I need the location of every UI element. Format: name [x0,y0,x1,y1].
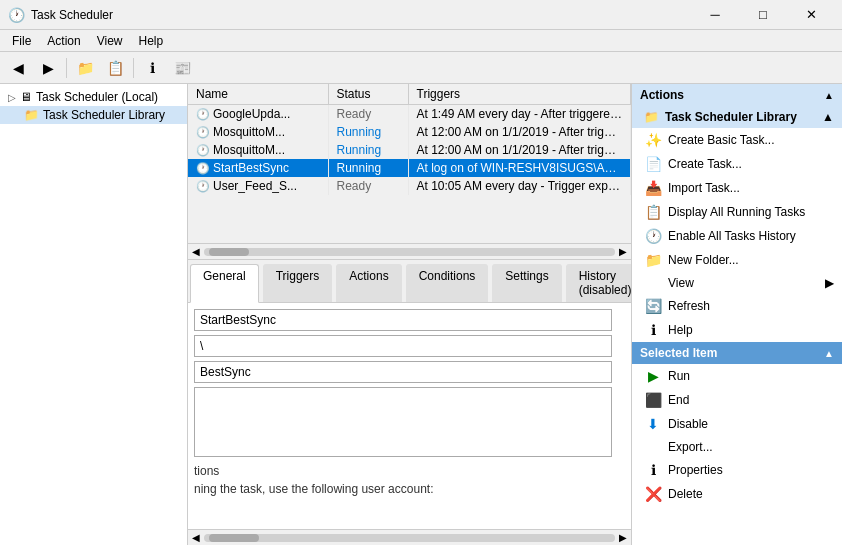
right-item-import[interactable]: 📥 Import Task... [632,176,842,200]
right-item-create-basic[interactable]: ✨ Create Basic Task... [632,128,842,152]
bottom-hscroll[interactable]: ◀ ▶ [188,529,631,545]
close-button[interactable]: ✕ [788,1,834,29]
right-item-display-running[interactable]: 📋 Display All Running Tasks [632,200,842,224]
view-inner: View [644,276,694,290]
tab-history[interactable]: History (disabled) [566,264,632,302]
minimize-button[interactable]: ─ [692,1,738,29]
toolbar-info[interactable]: ℹ [138,55,166,81]
selected-item-collapse-btn[interactable]: ▲ [824,348,834,359]
help-icon: ℹ [644,322,662,338]
hscroll-left[interactable]: ◀ [188,246,204,257]
section-label: tions [194,464,625,478]
right-item-help[interactable]: ℹ Help [632,318,842,342]
library-item-arrow: ▲ [822,110,834,124]
right-item-end[interactable]: ⬛ End [632,388,842,412]
task-hscroll[interactable]: ◀ ▶ [188,244,631,260]
right-item-delete[interactable]: ❌ Delete [632,482,842,506]
right-item-disable[interactable]: ⬇ Disable [632,412,842,436]
menu-view[interactable]: View [89,32,131,50]
sidebar-item-local[interactable]: ▷ 🖥 Task Scheduler (Local) [0,88,187,106]
task-status: Running [328,159,408,177]
right-panel: Actions ▲ 📁 Task Scheduler Library ▲ ✨ C… [632,84,842,545]
app-icon: 🕐 [8,7,25,23]
task-name: 🕐User_Feed_S... [188,177,328,195]
col-status: Status [328,84,408,105]
create-label: Create Task... [668,157,742,171]
table-row[interactable]: 🕐GoogleUpda... Ready At 1:49 AM every da… [188,105,631,124]
maximize-button[interactable]: □ [740,1,786,29]
right-item-export[interactable]: Export... [632,436,842,458]
bottom-hscroll-thumb[interactable] [209,534,259,542]
library-item-inner: 📁 Task Scheduler Library [644,110,797,124]
enable-history-icon: 🕐 [644,228,662,244]
sidebar-item-library[interactable]: 📁 Task Scheduler Library [0,106,187,124]
right-item-enable-history[interactable]: 🕐 Enable All Tasks History [632,224,842,248]
tab-triggers[interactable]: Triggers [263,264,333,302]
table-row[interactable]: 🕐User_Feed_S... Ready At 10:05 AM every … [188,177,631,195]
toolbar-folder[interactable]: 📁 [71,55,99,81]
task-name-field[interactable] [194,309,612,331]
table-row[interactable]: 🕐MosquittoM... Running At 12:00 AM on 1/… [188,141,631,159]
footer-text: ning the task, use the following user ac… [194,482,625,496]
end-label: End [668,393,689,407]
hscroll-right[interactable]: ▶ [615,246,631,257]
tab-settings[interactable]: Settings [492,264,561,302]
properties-label: Properties [668,463,723,477]
right-item-properties[interactable]: ℹ Properties [632,458,842,482]
toolbar-properties[interactable]: 📋 [101,55,129,81]
hscroll-thumb[interactable] [209,248,249,256]
sidebar-library-label: Task Scheduler Library [43,108,165,122]
window-title: Task Scheduler [31,8,113,22]
new-folder-icon: 📁 [644,252,662,268]
task-author-field[interactable] [194,361,612,383]
library-item-label: Task Scheduler Library [665,110,797,124]
end-icon: ⬛ [644,392,662,408]
run-icon: ▶ [644,368,662,384]
right-item-create[interactable]: 📄 Create Task... [632,152,842,176]
enable-history-label: Enable All Tasks History [668,229,796,243]
toolbar-forward[interactable]: ▶ [34,55,62,81]
right-item-new-folder[interactable]: 📁 New Folder... [632,248,842,272]
disable-label: Disable [668,417,708,431]
menu-help[interactable]: Help [131,32,172,50]
menu-file[interactable]: File [4,32,39,50]
selected-item-header-label: Selected Item [640,346,717,360]
bottom-hscroll-track[interactable] [204,534,615,542]
properties-icon: ℹ [644,462,662,478]
task-description-field[interactable] [194,387,612,457]
tab-content: tions ning the task, use the following u… [188,303,631,529]
field-row-4 [194,387,625,460]
hscroll-track[interactable] [204,248,615,256]
right-item-run[interactable]: ▶ Run [632,364,842,388]
create-icon: 📄 [644,156,662,172]
menu-action[interactable]: Action [39,32,88,50]
actions-collapse-btn[interactable]: ▲ [824,90,834,101]
local-icon: 🖥 [20,90,32,104]
table-row[interactable]: 🕐StartBestSync Running At log on of WIN-… [188,159,631,177]
field-row-1 [194,309,625,331]
delete-icon: ❌ [644,486,662,502]
title-bar-controls: ─ □ ✕ [692,1,834,29]
new-folder-label: New Folder... [668,253,739,267]
right-item-refresh[interactable]: 🔄 Refresh [632,294,842,318]
bottom-hscroll-left[interactable]: ◀ [188,532,204,543]
col-triggers: Triggers [408,84,631,105]
col-name: Name [188,84,328,105]
toolbar-sep-2 [133,58,134,78]
toolbar-back[interactable]: ◀ [4,55,32,81]
task-list[interactable]: Name Status Triggers 🕐GoogleUpda... Read… [188,84,631,244]
tab-conditions[interactable]: Conditions [406,264,489,302]
table-row[interactable]: 🕐MosquittoM... Running At 12:00 AM on 1/… [188,123,631,141]
toolbar-news[interactable]: 📰 [168,55,196,81]
bottom-hscroll-right[interactable]: ▶ [615,532,631,543]
tab-actions[interactable]: Actions [336,264,401,302]
toolbar-sep-1 [66,58,67,78]
display-running-icon: 📋 [644,204,662,220]
toolbar: ◀ ▶ 📁 📋 ℹ 📰 [0,52,842,84]
tab-general[interactable]: General [190,264,259,303]
right-item-library[interactable]: 📁 Task Scheduler Library ▲ [632,106,842,128]
task-path-field[interactable] [194,335,612,357]
right-item-view[interactable]: View ▶ [632,272,842,294]
delete-label: Delete [668,487,703,501]
field-row-2 [194,335,625,357]
